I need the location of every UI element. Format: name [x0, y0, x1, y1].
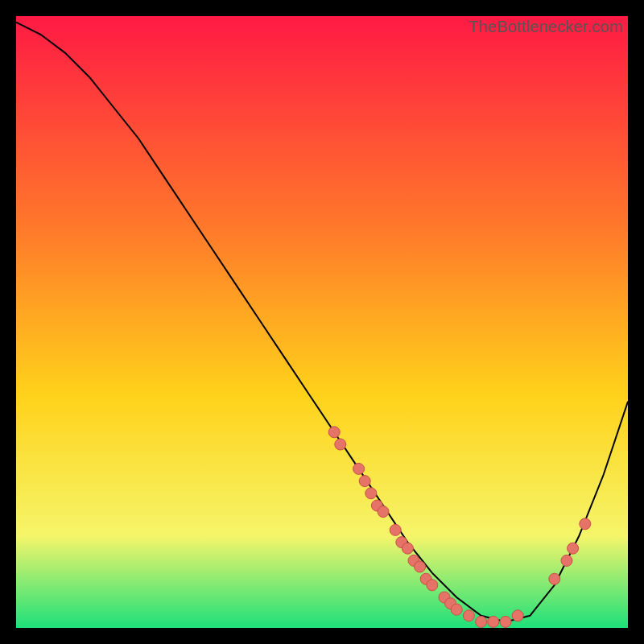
data-dot — [353, 463, 365, 474]
data-dot — [568, 543, 579, 554]
data-dot — [402, 543, 413, 554]
data-dot — [365, 488, 377, 499]
chart-frame: TheBottlenecker.com — [16, 16, 628, 628]
gradient-background — [16, 16, 628, 628]
data-dot — [500, 616, 511, 627]
data-dot — [328, 427, 340, 438]
watermark-text: TheBottlenecker.com — [469, 18, 623, 36]
chart-svg — [16, 16, 628, 628]
data-dot — [561, 555, 572, 566]
data-dot — [451, 604, 462, 615]
data-dot — [415, 561, 426, 572]
data-dot — [512, 610, 523, 621]
data-dot — [463, 610, 474, 621]
data-dot — [580, 518, 591, 530]
data-dot — [488, 616, 499, 627]
data-dot — [549, 573, 560, 584]
data-dot — [378, 506, 389, 518]
data-dot — [335, 439, 346, 450]
data-dot — [359, 476, 370, 487]
data-dot — [476, 616, 487, 627]
data-dot — [427, 580, 438, 591]
data-dot — [390, 524, 401, 535]
